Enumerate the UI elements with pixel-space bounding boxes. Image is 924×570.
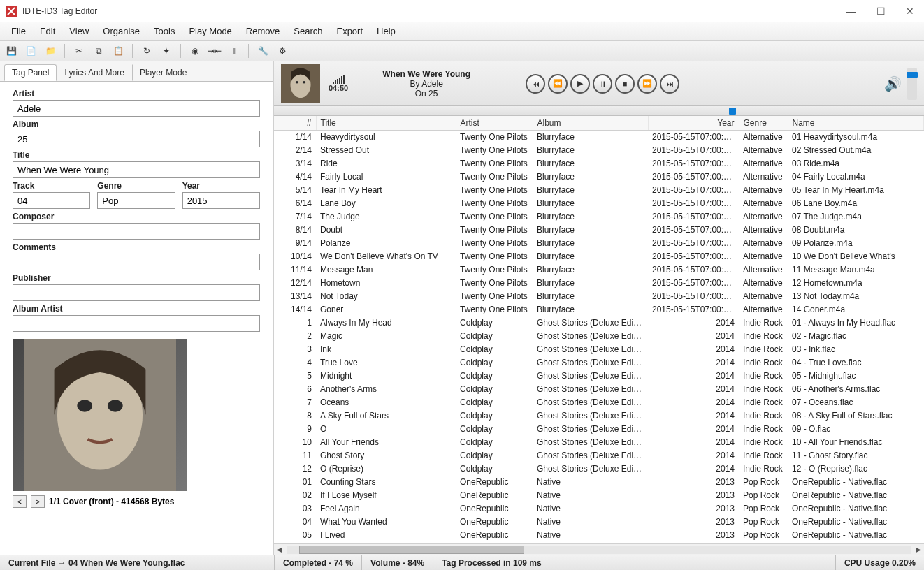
table-row[interactable]: 5/14Tear In My HeartTwenty One PilotsBlu… bbox=[274, 184, 924, 197]
menu-search[interactable]: Search bbox=[288, 24, 328, 38]
table-row[interactable]: 7OceansColdplayGhost Stories (Deluxe Edi… bbox=[274, 396, 924, 409]
wand-icon[interactable]: ✦ bbox=[159, 44, 173, 58]
cut-icon[interactable]: ✂ bbox=[72, 44, 86, 58]
speaker-icon[interactable]: 🔊 bbox=[884, 75, 902, 92]
table-row[interactable]: 9OColdplayGhost Stories (Deluxe Edition)… bbox=[274, 423, 924, 436]
col-#[interactable]: # bbox=[274, 116, 316, 131]
table-row[interactable]: 10/14We Don't Believe What's On TVTwenty… bbox=[274, 250, 924, 263]
table-row[interactable]: 01Counting StarsOneRepublicNative2013Pop… bbox=[274, 476, 924, 489]
maximize-button[interactable]: ☐ bbox=[872, 6, 889, 17]
composer-input[interactable] bbox=[13, 223, 260, 240]
seek-slider[interactable] bbox=[274, 106, 924, 116]
close-button[interactable]: ✕ bbox=[902, 6, 918, 17]
table-row[interactable]: 4/14Fairly LocalTwenty One PilotsBlurryf… bbox=[274, 170, 924, 184]
tab-lyrics-and-more[interactable]: Lyrics And More bbox=[57, 64, 132, 81]
copy-icon[interactable]: ⧉ bbox=[92, 44, 106, 58]
menu-tools[interactable]: Tools bbox=[148, 24, 180, 38]
volume-slider[interactable] bbox=[907, 68, 917, 100]
table-row[interactable]: 03Feel AgainOneRepublicNative2013Pop Roc… bbox=[274, 502, 924, 516]
col-album[interactable]: Album bbox=[533, 116, 648, 131]
gear-icon[interactable]: ⚙ bbox=[275, 44, 289, 58]
tab-tag-panel[interactable]: Tag Panel bbox=[4, 64, 57, 81]
table-row[interactable]: 11Ghost StoryColdplayGhost Stories (Delu… bbox=[274, 449, 924, 462]
collapse-icon[interactable]: ⇥⇤ bbox=[208, 44, 222, 58]
publisher-input[interactable] bbox=[13, 284, 260, 301]
track-input[interactable] bbox=[13, 192, 90, 209]
forward-button[interactable]: ⏩ bbox=[637, 74, 657, 94]
menu-export[interactable]: Export bbox=[331, 24, 368, 38]
col-genre[interactable]: Genre bbox=[739, 116, 788, 131]
minimize-button[interactable]: — bbox=[843, 6, 860, 17]
table-row[interactable]: 6/14Lane BoyTwenty One PilotsBlurryface2… bbox=[274, 197, 924, 210]
paste-icon[interactable]: 📋 bbox=[111, 44, 125, 58]
play-button[interactable]: ▶ bbox=[570, 74, 590, 94]
table-row[interactable]: 04What You WantedOneRepublicNative2013Po… bbox=[274, 516, 924, 529]
table-row[interactable]: 1Always In My HeadColdplayGhost Stories … bbox=[274, 316, 924, 330]
table-row[interactable]: 10All Your FriendsColdplayGhost Stories … bbox=[274, 436, 924, 449]
table-row[interactable]: 7/14The JudgeTwenty One PilotsBlurryface… bbox=[274, 210, 924, 224]
open-file-icon[interactable]: 📄 bbox=[24, 44, 38, 58]
table-row[interactable]: 8A Sky Full of StarsColdplayGhost Storie… bbox=[274, 409, 924, 423]
table-row[interactable]: 1/14HeavydirtysoulTwenty One PilotsBlurr… bbox=[274, 131, 924, 144]
album-input[interactable] bbox=[13, 131, 260, 147]
table-row[interactable]: 14/14GonerTwenty One PilotsBlurryface201… bbox=[274, 303, 924, 316]
table-row[interactable]: 3InkColdplayGhost Stories (Deluxe Editio… bbox=[274, 343, 924, 356]
table-row[interactable]: 6Another's ArmsColdplayGhost Stories (De… bbox=[274, 383, 924, 396]
artist-input[interactable] bbox=[13, 100, 260, 117]
stop-button[interactable]: ■ bbox=[615, 74, 635, 94]
pause-button[interactable]: ⏸ bbox=[593, 74, 612, 94]
globe-icon[interactable]: ◉ bbox=[188, 44, 202, 58]
table-row[interactable]: 13/14Not TodayTwenty One PilotsBlurryfac… bbox=[274, 290, 924, 303]
menubar: FileEditViewOrganiseToolsPlay ModeRemove… bbox=[0, 22, 924, 41]
skip-fwd-button[interactable]: ⏭ bbox=[660, 74, 679, 94]
col-title[interactable]: Title bbox=[316, 116, 456, 131]
cover-art[interactable] bbox=[13, 339, 187, 491]
menu-play-mode[interactable]: Play Mode bbox=[183, 24, 237, 38]
equalizer-icon[interactable]: ⫴ bbox=[227, 44, 241, 58]
col-year[interactable]: Year bbox=[648, 116, 739, 131]
tab-player-mode[interactable]: Player Mode bbox=[132, 64, 194, 81]
cover-prev-button[interactable]: < bbox=[13, 495, 27, 508]
table-row[interactable]: 02If I Lose MyselfOneRepublicNative2013P… bbox=[274, 489, 924, 502]
table-row[interactable]: 05I LivedOneRepublicNative2013Pop RockOn… bbox=[274, 529, 924, 542]
left-panel: Tag PanelLyrics And MorePlayer Mode Arti… bbox=[0, 61, 274, 555]
table-row[interactable]: 8/14DoubtTwenty One PilotsBlurryface2015… bbox=[274, 224, 924, 237]
table-row[interactable]: 2MagicColdplayGhost Stories (Deluxe Edit… bbox=[274, 330, 924, 343]
table-row[interactable]: 12O (Reprise)ColdplayGhost Stories (Delu… bbox=[274, 462, 924, 476]
save-icon[interactable]: 💾 bbox=[4, 44, 18, 58]
table-row[interactable]: 3/14RideTwenty One PilotsBlurryface2015-… bbox=[274, 157, 924, 170]
albumartist-input[interactable] bbox=[13, 315, 260, 332]
separator bbox=[180, 44, 181, 58]
menu-view[interactable]: View bbox=[64, 24, 94, 38]
col-artist[interactable]: Artist bbox=[456, 116, 533, 131]
table-row[interactable]: 2/14Stressed OutTwenty One PilotsBlurryf… bbox=[274, 144, 924, 157]
menu-remove[interactable]: Remove bbox=[240, 24, 285, 38]
table-row[interactable]: 06Light It UpOneRepublicNative2013Pop Ro… bbox=[274, 542, 924, 544]
rewind-button[interactable]: ⏪ bbox=[548, 74, 568, 94]
menu-file[interactable]: File bbox=[6, 24, 31, 38]
year-input[interactable] bbox=[182, 192, 260, 209]
scroll-right-icon[interactable]: ▶ bbox=[913, 546, 924, 553]
menu-help[interactable]: Help bbox=[371, 24, 401, 38]
open-folder-icon[interactable]: 📁 bbox=[43, 44, 57, 58]
table-row[interactable]: 11/14Message ManTwenty One PilotsBlurryf… bbox=[274, 263, 924, 277]
table-row[interactable]: 12/14HometownTwenty One PilotsBlurryface… bbox=[274, 277, 924, 290]
horizontal-scrollbar[interactable]: ◀ ▶ bbox=[274, 543, 924, 555]
table-row[interactable]: 9/14PolarizeTwenty One PilotsBlurryface2… bbox=[274, 237, 924, 250]
status-tag: Tag Processed in 109 ms bbox=[433, 558, 550, 568]
scroll-left-icon[interactable]: ◀ bbox=[274, 546, 285, 553]
skip-back-button[interactable]: ⏮ bbox=[526, 74, 545, 94]
status-volume: Volume - 84% bbox=[362, 558, 433, 568]
track-grid[interactable]: #TitleArtistAlbumYearGenreName 1/14Heavy… bbox=[274, 116, 924, 543]
table-row[interactable]: 4True LoveColdplayGhost Stories (Deluxe … bbox=[274, 356, 924, 370]
menu-edit[interactable]: Edit bbox=[34, 24, 61, 38]
title-input[interactable] bbox=[13, 161, 260, 178]
col-name[interactable]: Name bbox=[788, 116, 924, 131]
menu-organise[interactable]: Organise bbox=[97, 24, 145, 38]
settings-icon[interactable]: 🔧 bbox=[256, 44, 270, 58]
refresh-icon[interactable]: ↻ bbox=[140, 44, 154, 58]
genre-input[interactable] bbox=[97, 192, 175, 209]
table-row[interactable]: 5MidnightColdplayGhost Stories (Deluxe E… bbox=[274, 370, 924, 383]
comments-input[interactable] bbox=[13, 254, 260, 270]
cover-next-button[interactable]: > bbox=[31, 495, 45, 508]
